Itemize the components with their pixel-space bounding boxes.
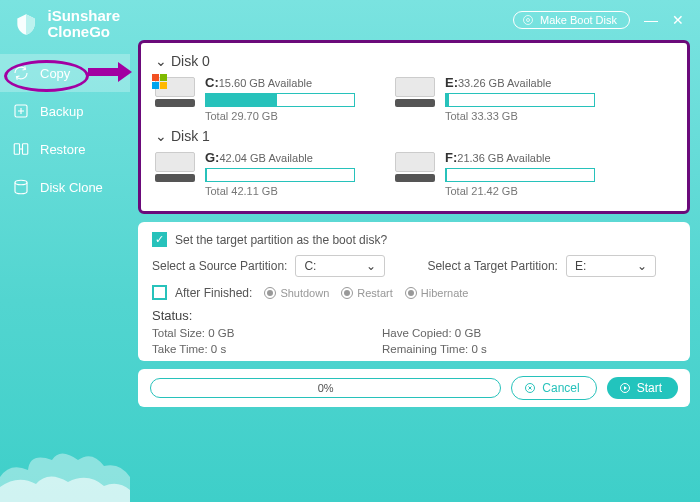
disk-name: Disk 1	[171, 128, 210, 144]
chevron-down-icon: ⌄	[637, 259, 647, 273]
svg-point-3	[15, 180, 27, 185]
radio-dot-icon	[405, 287, 417, 299]
sidebar-item-restore[interactable]: Restore	[0, 130, 130, 168]
partition-C[interactable]: C:15.60 GB AvailableTotal 29.70 GB	[155, 75, 365, 122]
status-have-copied: Have Copied: 0 GB	[382, 327, 612, 339]
target-partition-value: E:	[575, 259, 586, 273]
progress-text: 0%	[318, 382, 334, 394]
disk-header-1[interactable]: ⌄Disk 1	[155, 128, 673, 144]
radio-label: Restart	[357, 287, 392, 299]
decorative-clouds	[0, 422, 130, 502]
after-finished-checkbox[interactable]	[152, 285, 167, 300]
drive-icon	[395, 77, 435, 107]
partition-total: Total 42.11 GB	[205, 185, 365, 197]
drive-icon	[155, 152, 195, 182]
partition-usage-bar	[205, 93, 355, 107]
disc-icon	[522, 14, 534, 26]
source-partition-select[interactable]: C: ⌄	[295, 255, 385, 277]
brand-line1: iSunshare	[47, 8, 120, 24]
status-title: Status:	[152, 308, 676, 323]
boot-disk-checkbox[interactable]: ✓	[152, 232, 167, 247]
partition-total: Total 33.33 GB	[445, 110, 605, 122]
target-partition-label: Select a Target Partition:	[427, 259, 558, 273]
progress-bar: 0%	[150, 378, 501, 398]
drive-icon	[155, 77, 195, 107]
chevron-down-icon: ⌄	[155, 128, 167, 144]
radio-hibernate[interactable]: Hibernate	[405, 287, 469, 299]
svg-point-4	[523, 16, 532, 25]
sidebar-item-backup[interactable]: Backup	[0, 92, 130, 130]
copy-icon	[12, 64, 30, 82]
radio-shutdown[interactable]: Shutdown	[264, 287, 329, 299]
sidebar-item-copy[interactable]: Copy	[0, 54, 130, 92]
svg-rect-2	[23, 144, 28, 155]
partition-G[interactable]: G:42.04 GB AvailableTotal 42.11 GB	[155, 150, 365, 197]
radio-restart[interactable]: Restart	[341, 287, 392, 299]
start-button[interactable]: Start	[607, 377, 678, 399]
bottom-bar: 0% Cancel Start	[138, 369, 690, 407]
boot-disk-label: Set the target partition as the boot dis…	[175, 233, 387, 247]
partition-total: Total 21.42 GB	[445, 185, 605, 197]
after-finished-label: After Finished:	[175, 286, 252, 300]
options-panel: ✓ Set the target partition as the boot d…	[138, 222, 690, 361]
backup-icon	[12, 102, 30, 120]
drive-icon	[395, 152, 435, 182]
make-boot-disk-button[interactable]: Make Boot Disk	[513, 11, 630, 29]
make-boot-disk-label: Make Boot Disk	[540, 14, 617, 26]
cancel-icon	[524, 382, 536, 394]
source-partition-label: Select a Source Partition:	[152, 259, 287, 273]
chevron-down-icon: ⌄	[155, 53, 167, 69]
start-label: Start	[637, 381, 662, 395]
sidebar-item-label: Backup	[40, 104, 83, 119]
sidebar-item-label: Copy	[40, 66, 70, 81]
disk-name: Disk 0	[171, 53, 210, 69]
sidebar-item-label: Restore	[40, 142, 86, 157]
svg-point-5	[526, 19, 529, 22]
sidebar-item-diskclone[interactable]: Disk Clone	[0, 168, 130, 206]
partition-usage-bar	[445, 168, 595, 182]
restore-icon	[12, 140, 30, 158]
cancel-label: Cancel	[542, 381, 579, 395]
radio-dot-icon	[341, 287, 353, 299]
status-remaining: Remaining Time: 0 s	[382, 343, 612, 355]
cancel-button[interactable]: Cancel	[511, 376, 596, 400]
partition-F[interactable]: F:21.36 GB AvailableTotal 21.42 GB	[395, 150, 605, 197]
disk-header-0[interactable]: ⌄Disk 0	[155, 53, 673, 69]
svg-rect-1	[14, 144, 19, 155]
partition-total: Total 29.70 GB	[205, 110, 365, 122]
status-take-time: Take Time: 0 s	[152, 343, 382, 355]
brand-line2: CloneGo	[47, 24, 120, 40]
disks-panel: ⌄Disk 0C:15.60 GB AvailableTotal 29.70 G…	[138, 40, 690, 214]
minimize-button[interactable]: —	[644, 12, 658, 28]
partition-usage-bar	[205, 168, 355, 182]
brand: iSunshare CloneGo	[0, 0, 130, 54]
radio-dot-icon	[264, 287, 276, 299]
radio-label: Shutdown	[280, 287, 329, 299]
partition-available: E:33.26 GB Available	[445, 75, 605, 90]
sidebar-item-label: Disk Clone	[40, 180, 103, 195]
close-button[interactable]: ✕	[672, 12, 684, 28]
play-icon	[619, 382, 631, 394]
chevron-down-icon: ⌄	[366, 259, 376, 273]
partition-E[interactable]: E:33.26 GB AvailableTotal 33.33 GB	[395, 75, 605, 122]
partition-available: C:15.60 GB Available	[205, 75, 365, 90]
status-total-size: Total Size: 0 GB	[152, 327, 382, 339]
radio-label: Hibernate	[421, 287, 469, 299]
partition-available: F:21.36 GB Available	[445, 150, 605, 165]
brand-logo-icon	[12, 10, 39, 38]
source-partition-value: C:	[304, 259, 316, 273]
diskclone-icon	[12, 178, 30, 196]
partition-usage-bar	[445, 93, 595, 107]
partition-available: G:42.04 GB Available	[205, 150, 365, 165]
target-partition-select[interactable]: E: ⌄	[566, 255, 656, 277]
